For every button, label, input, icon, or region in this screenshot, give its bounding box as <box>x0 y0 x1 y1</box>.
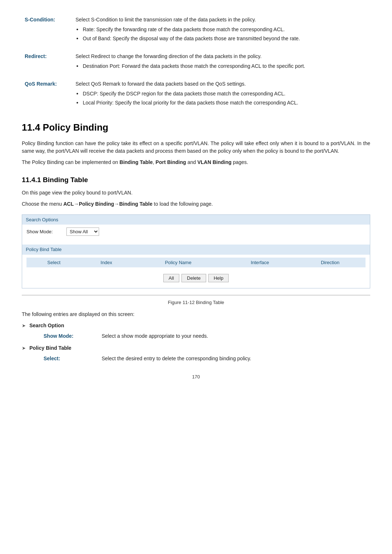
intro-2-mid2: and <box>186 159 197 165</box>
show-mode-label: Show Mode: <box>26 228 66 235</box>
show-mode-entry: Show Mode: Select a show mode appropriat… <box>44 332 370 340</box>
menu-bold: ACL→Policy Binding→Binding Table <box>63 201 152 207</box>
table-header-row: Select Index Policy Name Interface Direc… <box>26 258 366 268</box>
intro-2-bold3: VLAN Binding <box>197 159 232 165</box>
help-button[interactable]: Help <box>208 274 229 282</box>
qos-remark-term: QoS Remark: <box>22 79 73 110</box>
section-11-4-heading: 11.4 Policy Binding <box>22 120 370 135</box>
policy-binding-intro-1: Policy Binding function can have the pol… <box>22 140 370 155</box>
select-entry-desc: Select the desired entry to delete the c… <box>102 355 370 362</box>
all-button[interactable]: All <box>163 274 179 282</box>
intro-2-prefix: The Policy Binding can be implemented on <box>22 159 119 165</box>
search-option-section-title: Search Option <box>29 323 64 328</box>
col-direction: Direction <box>295 258 366 268</box>
menu-suffix: to load the following page. <box>152 201 213 207</box>
bullet-item: Rate: Specify the forwarding rate of the… <box>75 26 367 33</box>
col-index: Index <box>81 258 131 268</box>
col-interface: Interface <box>225 258 295 268</box>
qos-remark-desc: Select QoS Remark to forward the data pa… <box>75 81 246 87</box>
arrow-icon: ➤ <box>22 322 26 329</box>
table-body <box>26 267 366 271</box>
col-select: Select <box>26 258 81 268</box>
show-mode-select-wrap: Show All <box>66 227 99 236</box>
policy-bind-table-section-title: Policy Bind Table <box>29 345 72 351</box>
redirect-term: Redirect: <box>22 51 73 73</box>
page-number: 170 <box>22 373 370 381</box>
bind-table: Select Index Policy Name Interface Direc… <box>26 258 366 271</box>
delete-button[interactable]: Delete <box>181 274 206 282</box>
show-mode-entry-desc: Select a show mode appropriate to your n… <box>102 332 370 340</box>
definitions-section: S-Condition: Select S-Condition to limit… <box>22 15 370 110</box>
following-entries-text: The following entries are displayed on t… <box>22 311 370 318</box>
menu-prefix: Choose the menu <box>22 201 63 207</box>
redirect-desc: Select Redirect to change the forwarding… <box>75 53 262 59</box>
intro-2-bold1: Binding Table <box>119 159 153 165</box>
qos-remark-bullets: DSCP: Specify the DSCP region for the da… <box>75 90 367 107</box>
s-condition-bullets: Rate: Specify the forwarding rate of the… <box>75 26 367 42</box>
policy-bind-table-header: Policy Bind Table <box>22 245 370 255</box>
policy-bind-table-bullet: ➤ Policy Bind Table <box>22 344 370 352</box>
figure-caption: Figure 11-12 Binding Table <box>22 299 370 306</box>
intro-2-mid: , <box>153 159 156 165</box>
bullet-item: Destination Port: Forward the data packe… <box>75 62 367 70</box>
s-condition-desc: Select S-Condition to limit the transmis… <box>75 17 256 22</box>
section-11-4-1-heading: 11.4.1 Binding Table <box>22 175 370 185</box>
widget-divider <box>22 295 370 295</box>
menu-instruction: Choose the menu ACL→Policy Binding→Bindi… <box>22 200 370 208</box>
table-empty-row <box>26 267 366 271</box>
redirect-def: Redirect: Select Redirect to change the … <box>22 51 370 73</box>
select-entry: Select: Select the desired entry to dele… <box>44 355 370 362</box>
show-mode-row: Show Mode: Show All <box>26 227 366 236</box>
select-entry-term: Select: <box>44 355 102 362</box>
intro-2-bold2: Port Binding <box>156 159 186 165</box>
search-options-body: Show Mode: Show All <box>22 225 370 241</box>
qos-remark-def: QoS Remark: Select QoS Remark to forward… <box>22 79 370 110</box>
bullet-item: DSCP: Specify the DSCP region for the da… <box>75 90 367 98</box>
intro-2-suffix: pages. <box>232 159 248 165</box>
s-condition-def: S-Condition: Select S-Condition to limit… <box>22 15 370 45</box>
binding-table-widget: Search Options Show Mode: Show All Polic… <box>22 214 370 289</box>
show-mode-select[interactable]: Show All <box>66 227 99 236</box>
search-option-bullet: ➤ Search Option <box>22 322 370 329</box>
bullet-item: Local Priority: Specify the local priori… <box>75 99 367 107</box>
policy-binding-intro-2: The Policy Binding can be implemented on… <box>22 159 370 166</box>
search-options-header: Search Options <box>22 215 370 225</box>
show-mode-entry-term: Show Mode: <box>44 332 102 340</box>
col-policy-name: Policy Name <box>131 258 225 268</box>
binding-table-desc1: On this page view the policy bound to po… <box>22 189 370 197</box>
policy-bind-table-body: Select Index Policy Name Interface Direc… <box>22 255 370 288</box>
table-button-row: All Delete Help <box>26 274 366 285</box>
s-condition-term: S-Condition: <box>22 15 73 45</box>
redirect-bullets: Destination Port: Forward the data packe… <box>75 62 367 70</box>
arrow-icon-2: ➤ <box>22 345 26 352</box>
bullet-item: Out of Band: Specify the disposal way of… <box>75 35 367 42</box>
